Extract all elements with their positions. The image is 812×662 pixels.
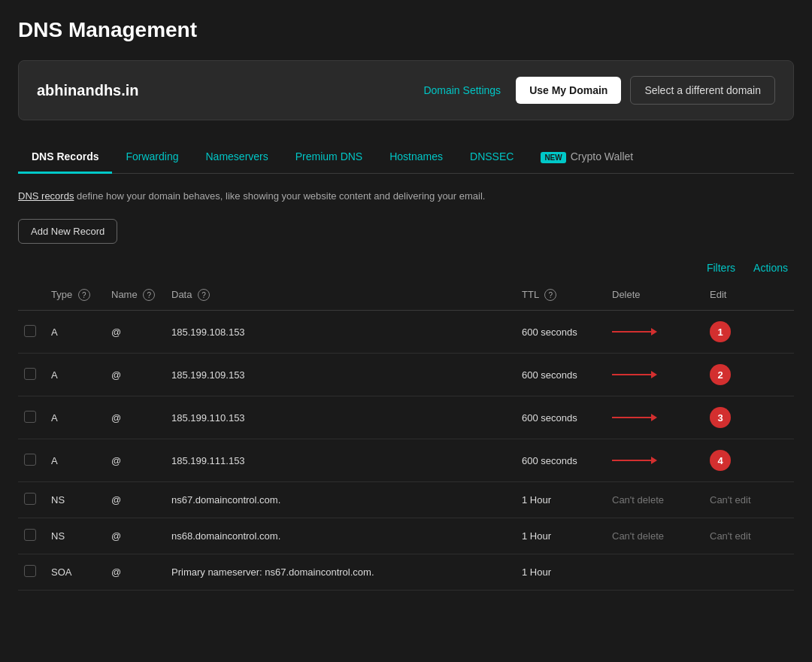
record-edit: Can't edit [704,518,794,554]
record-name: @ [105,439,165,482]
record-edit[interactable]: 2 [704,354,794,396]
record-data: Primary nameserver: ns67.domaincontrol.c… [165,554,516,591]
record-name: @ [105,482,165,518]
record-name: @ [105,554,165,591]
record-type: SOA [45,554,105,591]
record-type: A [45,439,105,482]
record-type: A [45,354,105,396]
row-checkbox[interactable] [24,411,36,423]
record-edit[interactable]: 4 [704,439,794,482]
record-data: 185.199.109.153 [165,354,516,396]
record-delete [606,554,704,591]
tab-hostnames[interactable]: Hostnames [376,141,456,174]
table-row: NS@ns67.domaincontrol.com.1 HourCan't de… [18,482,794,518]
th-ttl: TTL ? [516,280,606,311]
record-data: 185.199.108.153 [165,311,516,354]
domain-name: abhinandhs.in [37,82,423,99]
ttl-help-icon[interactable]: ? [544,289,556,301]
record-name: @ [105,354,165,396]
record-data: 185.199.110.153 [165,396,516,439]
record-name: @ [105,311,165,354]
edit-number-badge[interactable]: 1 [710,321,731,342]
record-data: ns68.domaincontrol.com. [165,518,516,554]
data-help-icon[interactable]: ? [198,289,210,301]
domain-settings-link[interactable]: Domain Settings [423,84,501,96]
row-checkbox[interactable] [24,529,36,541]
edit-number-badge[interactable]: 3 [710,407,731,428]
row-checkbox[interactable] [24,368,36,380]
cant-delete-label: Can't delete [612,494,664,506]
new-badge: NEW [541,152,565,163]
th-name: Name ? [105,280,165,311]
delete-arrow-icon [612,325,657,339]
record-edit[interactable]: 1 [704,311,794,354]
tab-forwarding[interactable]: Forwarding [112,141,192,174]
tabs-bar: DNS Records Forwarding Nameservers Premi… [18,141,794,174]
record-ttl: 600 seconds [516,396,606,439]
type-help-icon[interactable]: ? [78,289,90,301]
table-row: A@185.199.110.153600 seconds 3 [18,396,794,439]
filters-button[interactable]: Filters [707,262,735,274]
delete-arrow-icon [612,411,657,424]
th-type: Type ? [45,280,105,311]
record-ttl: 1 Hour [516,482,606,518]
dns-records-link[interactable]: DNS records [18,190,74,202]
record-ttl: 600 seconds [516,439,606,482]
record-data: ns67.domaincontrol.com. [165,482,516,518]
record-delete[interactable] [606,311,704,354]
record-ttl: 1 Hour [516,518,606,554]
record-edit: Can't edit [704,482,794,518]
table-row: A@185.199.111.153600 seconds 4 [18,439,794,482]
page-title: DNS Management [18,18,794,42]
edit-number-badge[interactable]: 2 [710,364,731,385]
table-row: A@185.199.109.153600 seconds 2 [18,354,794,396]
tab-premium-dns[interactable]: Premium DNS [282,141,376,174]
name-help-icon[interactable]: ? [143,289,155,301]
row-checkbox[interactable] [24,565,36,577]
record-type: NS [45,482,105,518]
th-delete: Delete [606,280,704,311]
actions-button[interactable]: Actions [753,262,788,274]
tab-nameservers[interactable]: Nameservers [192,141,282,174]
cant-delete-label: Can't delete [612,530,664,542]
record-edit[interactable]: 3 [704,396,794,439]
record-delete: Can't delete [606,518,704,554]
th-checkbox [18,280,45,311]
record-ttl: 1 Hour [516,554,606,591]
domain-bar: abhinandhs.in Domain Settings Use My Dom… [18,60,794,120]
select-different-domain-button[interactable]: Select a different domain [630,76,775,105]
add-new-record-button[interactable]: Add New Record [18,219,117,244]
svg-marker-7 [651,457,657,464]
edit-number-badge[interactable]: 4 [710,450,731,471]
record-name: @ [105,518,165,554]
record-ttl: 600 seconds [516,354,606,396]
use-my-domain-button[interactable]: Use My Domain [516,77,621,104]
th-data: Data ? [165,280,516,311]
svg-marker-3 [651,371,657,378]
table-row: A@185.199.108.153600 seconds 1 [18,311,794,354]
th-edit: Edit [704,280,794,311]
row-checkbox[interactable] [24,325,36,337]
cant-edit-label: Can't edit [710,494,751,506]
dns-description: DNS records define how your domain behav… [18,189,794,204]
record-type: A [45,396,105,439]
table-header-row: Type ? Name ? Data ? TTL ? Delete Edit [18,280,794,311]
record-data: 185.199.111.153 [165,439,516,482]
record-delete[interactable] [606,354,704,396]
record-edit [704,554,794,591]
record-ttl: 600 seconds [516,311,606,354]
cant-edit-label: Can't edit [710,530,751,542]
tab-dns-records[interactable]: DNS Records [18,141,112,174]
tab-crypto-wallet[interactable]: NEWCrypto Wallet [527,141,647,174]
record-delete[interactable] [606,396,704,439]
row-checkbox[interactable] [24,493,36,505]
svg-marker-1 [651,328,657,336]
record-type: NS [45,518,105,554]
record-delete[interactable] [606,439,704,482]
table-row: SOA@Primary nameserver: ns67.domaincontr… [18,554,794,591]
page-container: DNS Management abhinandhs.in Domain Sett… [0,0,812,591]
row-checkbox[interactable] [24,454,36,466]
svg-marker-5 [651,414,657,421]
table-row: NS@ns68.domaincontrol.com.1 HourCan't de… [18,518,794,554]
tab-dnssec[interactable]: DNSSEC [456,141,527,174]
